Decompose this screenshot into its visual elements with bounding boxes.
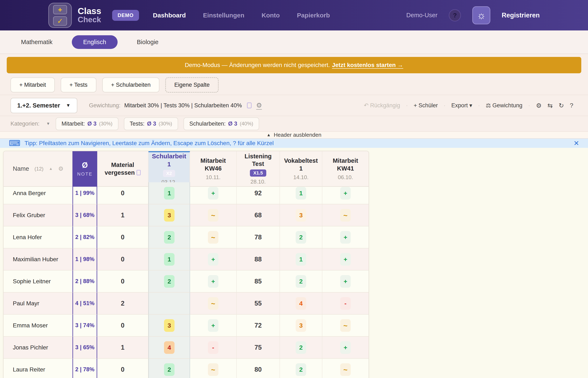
mitarbeit-kw46-cell[interactable]: ~	[190, 359, 237, 378]
column-header-mitarbeit-kw41[interactable]: Mitarbeit KW41 06.10.	[322, 151, 369, 187]
sort-ascending-icon[interactable]: ▲	[49, 166, 53, 171]
semester-select[interactable]: 1.+2. Semester ▼	[11, 98, 77, 113]
help-icon[interactable]: ?	[449, 9, 461, 21]
app-logo[interactable]: + ✓	[48, 3, 72, 28]
student-name[interactable]: Felix Gruber	[4, 204, 72, 226]
vokabeltest-1-cell[interactable]: 2	[280, 337, 322, 359]
add-schularbeiten-button[interactable]: + Schularbeiten	[102, 78, 159, 92]
tab-biologie[interactable]: Biologie	[129, 35, 166, 49]
material-vergessen-cell[interactable]: 2	[97, 293, 148, 315]
mitarbeit-kw46-cell[interactable]: ~	[190, 293, 237, 315]
student-name[interactable]: Laura Reiter	[4, 359, 72, 378]
average-grade-cell[interactable]: 4 | 51%	[72, 293, 97, 315]
mitarbeit-kw46-cell[interactable]: ~	[190, 204, 237, 226]
average-column-header[interactable]: Ø NOTE	[72, 151, 97, 187]
schularbeit-1-cell[interactable]: 3	[148, 315, 190, 337]
student-name[interactable]: Lena Hofer	[4, 226, 72, 248]
column-header-schularbeit-1[interactable]: Schularbeit 1 X2 03.12.	[148, 151, 190, 187]
mitarbeit-kw41-cell[interactable]: +	[322, 337, 369, 359]
close-icon[interactable]: ✕	[574, 139, 579, 147]
average-grade-cell[interactable]: 2 | 78%	[72, 359, 97, 378]
category-chip-tests[interactable]: Tests: Ø 3 (30%)	[124, 117, 178, 130]
material-vergessen-cell[interactable]: 0	[97, 226, 148, 248]
tab-englisch[interactable]: Englisch	[72, 35, 118, 49]
student-name[interactable]: Anna Berger	[4, 182, 72, 204]
mitarbeit-kw41-cell[interactable]: +	[322, 182, 369, 204]
column-header-material-vergessen[interactable]: Material vergessen	[97, 151, 148, 187]
schularbeit-1-cell[interactable]: 2	[148, 270, 190, 293]
mitarbeit-kw41-cell[interactable]: ~	[322, 204, 369, 226]
category-chip-mitarbeit[interactable]: Mitarbeit: Ø 3 (30%)	[56, 117, 119, 130]
column-header-mitarbeit-kw46[interactable]: Mitarbeit KW46 10.11.	[190, 151, 237, 187]
schularbeit-1-cell[interactable]	[148, 293, 190, 315]
tab-mathematik[interactable]: Mathematik	[13, 35, 60, 49]
mitarbeit-kw46-cell[interactable]: +	[190, 270, 237, 293]
mitarbeit-kw41-cell[interactable]: ~	[322, 315, 369, 337]
mitarbeit-kw41-cell[interactable]: +	[322, 226, 369, 248]
column-settings-gear-icon[interactable]: ⚙	[58, 165, 63, 172]
add-tests-button[interactable]: + Tests	[61, 78, 96, 92]
mitarbeit-kw41-cell[interactable]: -	[322, 293, 369, 315]
help-shortcut-button[interactable]: ?	[570, 102, 573, 109]
add-mitarbeit-button[interactable]: + Mitarbeit	[11, 78, 55, 92]
listening-test-cell[interactable]: 78	[237, 226, 280, 248]
category-chip-schularbeiten[interactable]: Schularbeiten: Ø 3 (40%)	[184, 117, 259, 130]
listening-test-cell[interactable]: 68	[237, 204, 280, 226]
refresh-icon[interactable]: ↻	[559, 102, 564, 109]
settings-gear-icon[interactable]: ⚙	[536, 102, 542, 109]
student-name[interactable]: Jonas Pichler	[4, 337, 72, 359]
schularbeit-1-cell[interactable]: 1	[148, 248, 190, 270]
chevron-down-icon[interactable]: ▼	[46, 122, 50, 126]
student-name[interactable]: Maximilian Huber	[4, 248, 72, 270]
average-grade-cell[interactable]: 3 | 74%	[72, 315, 97, 337]
mitarbeit-kw41-cell[interactable]: +	[322, 248, 369, 270]
average-grade-cell[interactable]: 3 | 65%	[72, 337, 97, 359]
material-vergessen-cell[interactable]: 1	[97, 337, 148, 359]
average-grade-cell[interactable]: 1 | 98%	[72, 248, 97, 270]
student-name[interactable]: Paul Mayr	[4, 293, 72, 315]
edit-column-icon[interactable]	[136, 170, 141, 175]
schularbeit-1-cell[interactable]: 2	[148, 359, 190, 378]
column-header-vokabeltest-1[interactable]: Vokabeltest 1 14.10.	[280, 151, 322, 187]
listening-test-cell[interactable]: 85	[237, 270, 280, 293]
start-free-link[interactable]: Jetzt kostenlos starten →	[332, 62, 403, 68]
average-grade-cell[interactable]: 1 | 99%	[72, 182, 97, 204]
material-vergessen-cell[interactable]: 0	[97, 248, 148, 270]
average-grade-cell[interactable]: 2 | 88%	[72, 270, 97, 293]
vokabeltest-1-cell[interactable]: 1	[280, 182, 322, 204]
swap-columns-icon[interactable]: ⇆	[548, 102, 553, 109]
mitarbeit-kw46-cell[interactable]: -	[190, 337, 237, 359]
column-header-listening-test[interactable]: Listening Test X1.5 28.10.	[237, 151, 280, 187]
nav-item-einstellungen[interactable]: Einstellungen	[203, 12, 244, 19]
mitarbeit-kw41-cell[interactable]: +	[322, 270, 369, 293]
mitarbeit-kw41-cell[interactable]: ~	[322, 359, 369, 378]
theme-toggle-button[interactable]: ☼	[472, 6, 490, 24]
export-button[interactable]: Export ▾	[451, 102, 472, 109]
custom-column-button[interactable]: Eigene Spalte	[165, 77, 219, 93]
name-column-header[interactable]: Name (12) ▲ ⚙	[4, 151, 72, 187]
hide-header-button[interactable]: ▲ Header ausblenden	[0, 131, 588, 139]
listening-test-cell[interactable]: 55	[237, 293, 280, 315]
vokabeltest-1-cell[interactable]: 3	[280, 315, 322, 337]
material-vergessen-cell[interactable]: 0	[97, 315, 148, 337]
vokabeltest-1-cell[interactable]: 2	[280, 226, 322, 248]
listening-test-cell[interactable]: 75	[237, 337, 280, 359]
material-vergessen-cell[interactable]: 0	[97, 270, 148, 293]
average-grade-cell[interactable]: 2 | 82%	[72, 226, 97, 248]
listening-test-cell[interactable]: 80	[237, 359, 280, 378]
edit-weights-icon[interactable]	[247, 103, 252, 108]
vokabeltest-1-cell[interactable]: 3	[280, 204, 322, 226]
weighting-button[interactable]: ⚖ Gewichtung	[486, 102, 522, 109]
schularbeit-1-cell[interactable]: 2	[148, 226, 190, 248]
schularbeit-1-cell[interactable]: 4	[148, 337, 190, 359]
nav-item-dashboard[interactable]: Dashboard	[153, 12, 186, 19]
mitarbeit-kw46-cell[interactable]: +	[190, 182, 237, 204]
vokabeltest-1-cell[interactable]: 1	[280, 248, 322, 270]
undo-button[interactable]: ↶ Rückgängig	[364, 102, 400, 109]
nav-item-konto[interactable]: Konto	[261, 12, 280, 19]
average-grade-cell[interactable]: 3 | 68%	[72, 204, 97, 226]
schularbeit-1-cell[interactable]: 3	[148, 204, 190, 226]
nav-item-papierkorb[interactable]: Papierkorb	[297, 12, 330, 19]
weights-gear-icon[interactable]: ⚙	[256, 101, 262, 110]
mitarbeit-kw46-cell[interactable]: ~	[190, 226, 237, 248]
